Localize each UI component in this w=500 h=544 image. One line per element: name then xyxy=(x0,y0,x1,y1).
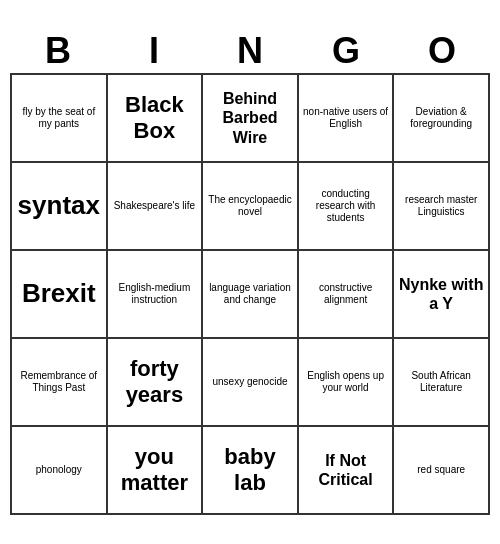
cell-text-13: constructive alignment xyxy=(303,282,389,306)
bingo-grid: fly by the seat of my pantsBlack BoxBehi… xyxy=(10,73,490,515)
cell-text-6: Shakespeare's life xyxy=(114,200,195,212)
cell-2: Behind Barbed Wire xyxy=(203,75,299,163)
header-letter-o: O xyxy=(394,29,490,73)
cell-text-16: forty years xyxy=(112,356,198,409)
cell-9: research master Linguistics xyxy=(394,163,490,251)
cell-18: English opens up your world xyxy=(299,339,395,427)
cell-text-14: Nynke with a Y xyxy=(398,275,484,313)
cell-11: English-medium instruction xyxy=(108,251,204,339)
cell-text-7: The encyclopaedic novel xyxy=(207,194,293,218)
cell-text-0: fly by the seat of my pants xyxy=(16,106,102,130)
cell-text-12: language variation and change xyxy=(207,282,293,306)
bingo-header: BINGO xyxy=(10,29,490,73)
cell-text-23: If Not Critical xyxy=(303,451,389,489)
cell-19: South African Literature xyxy=(394,339,490,427)
bingo-card: BINGO fly by the seat of my pantsBlack B… xyxy=(10,29,490,515)
cell-3: non-native users of English xyxy=(299,75,395,163)
cell-4: Deviation & foregrounding xyxy=(394,75,490,163)
cell-22: baby lab xyxy=(203,427,299,515)
cell-21: you matter xyxy=(108,427,204,515)
cell-0: fly by the seat of my pants xyxy=(12,75,108,163)
cell-text-3: non-native users of English xyxy=(303,106,389,130)
cell-20: phonology xyxy=(12,427,108,515)
cell-7: The encyclopaedic novel xyxy=(203,163,299,251)
cell-24: red square xyxy=(394,427,490,515)
cell-14: Nynke with a Y xyxy=(394,251,490,339)
cell-text-19: South African Literature xyxy=(398,370,484,394)
cell-text-24: red square xyxy=(417,464,465,476)
cell-17: unsexy genocide xyxy=(203,339,299,427)
header-letter-i: I xyxy=(106,29,202,73)
header-letter-n: N xyxy=(202,29,298,73)
cell-text-4: Deviation & foregrounding xyxy=(398,106,484,130)
cell-16: forty years xyxy=(108,339,204,427)
cell-12: language variation and change xyxy=(203,251,299,339)
cell-1: Black Box xyxy=(108,75,204,163)
cell-text-15: Remembrance of Things Past xyxy=(16,370,102,394)
cell-8: conducting research with students xyxy=(299,163,395,251)
cell-text-18: English opens up your world xyxy=(303,370,389,394)
cell-text-21: you matter xyxy=(112,444,198,497)
cell-15: Remembrance of Things Past xyxy=(12,339,108,427)
cell-text-9: research master Linguistics xyxy=(398,194,484,218)
cell-text-8: conducting research with students xyxy=(303,188,389,224)
header-letter-g: G xyxy=(298,29,394,73)
cell-text-22: baby lab xyxy=(207,444,293,497)
cell-text-5: syntax xyxy=(18,190,100,221)
cell-13: constructive alignment xyxy=(299,251,395,339)
cell-text-11: English-medium instruction xyxy=(112,282,198,306)
cell-text-2: Behind Barbed Wire xyxy=(207,89,293,147)
cell-6: Shakespeare's life xyxy=(108,163,204,251)
cell-text-17: unsexy genocide xyxy=(212,376,287,388)
cell-10: Brexit xyxy=(12,251,108,339)
header-letter-b: B xyxy=(10,29,106,73)
cell-5: syntax xyxy=(12,163,108,251)
cell-23: If Not Critical xyxy=(299,427,395,515)
cell-text-10: Brexit xyxy=(22,278,96,309)
cell-text-1: Black Box xyxy=(112,92,198,145)
cell-text-20: phonology xyxy=(36,464,82,476)
